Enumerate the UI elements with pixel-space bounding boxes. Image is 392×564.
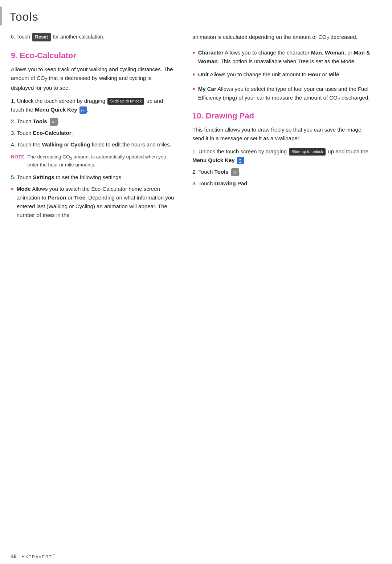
bullet-character: • Character Allows you to change the cha… (192, 48, 370, 66)
footer-trademark: ™ (52, 553, 56, 557)
step-1: 1. Unlock the touch screen by dragging S… (11, 97, 174, 114)
slide-badge-2: Slide up to unlock (289, 148, 326, 156)
bullet-mycar: • My Car Allows you to select the type o… (192, 85, 370, 103)
drawing-pad-intro: This function allows you to draw freely … (192, 125, 370, 143)
drawing-step-2-text: 2. Touch Tools . (192, 169, 241, 175)
accent-bar (0, 7, 2, 25)
step-5-text: 5. Touch Settings to set the following s… (11, 174, 123, 180)
drawing-step-3: 3. Touch Drawing Pad. (192, 179, 370, 188)
note-text: The decreasing CO2 amount is automatical… (28, 153, 174, 169)
tools-icon-2 (231, 168, 239, 176)
bullet-unit-text: Unit Allows you to change the unit amoun… (198, 70, 341, 79)
step-2: 2. Touch Tools . (11, 117, 174, 126)
step-3-text: 3. Touch Eco-Calculator. (11, 130, 73, 136)
step-4: 4. Touch the Walking or Cycling fields t… (11, 140, 174, 149)
slide-badge-1: Slide up to unlock (107, 98, 144, 105)
step-3: 3. Touch Eco-Calculator. (11, 129, 174, 137)
step-5: 5. Touch Settings to set the following s… (11, 173, 174, 182)
bullet-mycar-text: My Car Allows you to select the type of … (198, 85, 370, 103)
step-1-num: 1. Unlock the touch screen by dragging S… (11, 98, 163, 113)
step-4-text: 4. Touch the Walking or Cycling fields t… (11, 141, 171, 148)
footer-page-number: 46 (11, 553, 17, 560)
top-note-text-after: for another calculation. (53, 34, 105, 40)
drawing-pad-heading: 10. Drawing Pad (192, 110, 370, 122)
note-label: NOTE (11, 153, 25, 161)
drawing-step-3-text: 3. Touch Drawing Pad. (192, 180, 249, 186)
bullet-dot-mycar: • (192, 84, 195, 95)
page: Tools 6. Touch Reset for another calcula… (0, 0, 392, 564)
eco-calculator-intro: Allows you to keep track of your walking… (11, 65, 174, 92)
title-bar: Tools (0, 0, 392, 29)
bullet-dot-character: • (192, 47, 195, 59)
eco-calculator-heading: 9. Eco-Calculator (11, 49, 174, 61)
tools-icon-1 (50, 118, 58, 126)
bullet-unit: • Unit Allows you to change the unit amo… (192, 70, 370, 80)
bullet-dot-mode: • (11, 184, 14, 195)
drawing-step-1-text: 1. Unlock the touch screen by dragging S… (192, 148, 368, 163)
bullet-dot-unit: • (192, 69, 195, 80)
reset-button-label: Reset (32, 33, 51, 41)
drawing-step-1: 1. Unlock the touch screen by dragging S… (192, 147, 370, 165)
bullet-character-text: Character Allows you to change the chara… (198, 48, 370, 66)
footer: 46 EXTRAVERT™ (0, 549, 392, 564)
bullet-mode: • Mode Allows you to switch the Eco-Calc… (11, 185, 174, 219)
note-block: NOTE The decreasing CO2 amount is automa… (11, 153, 174, 169)
content-area: 6. Touch Reset for another calculation. … (0, 33, 392, 549)
footer-brand: EXTRAVERT™ (20, 553, 56, 560)
top-note-text-before: 6. Touch (11, 34, 30, 40)
bullet-mode-text: Mode Allows you to switch the Eco-Calcul… (17, 185, 174, 219)
left-column: 6. Touch Reset for another calculation. … (11, 33, 185, 549)
step-2-num: 2. Touch Tools . (11, 118, 59, 124)
menu-quick-key-icon-1 (79, 106, 87, 114)
menu-quick-key-icon-2 (237, 157, 244, 164)
right-column: animation is calculated depending on the… (185, 33, 370, 549)
page-title: Tools (9, 7, 38, 25)
top-note: 6. Touch Reset for another calculation. (11, 33, 174, 41)
continued-text: animation is calculated depending on the… (192, 33, 370, 43)
drawing-step-2: 2. Touch Tools . (192, 168, 370, 176)
